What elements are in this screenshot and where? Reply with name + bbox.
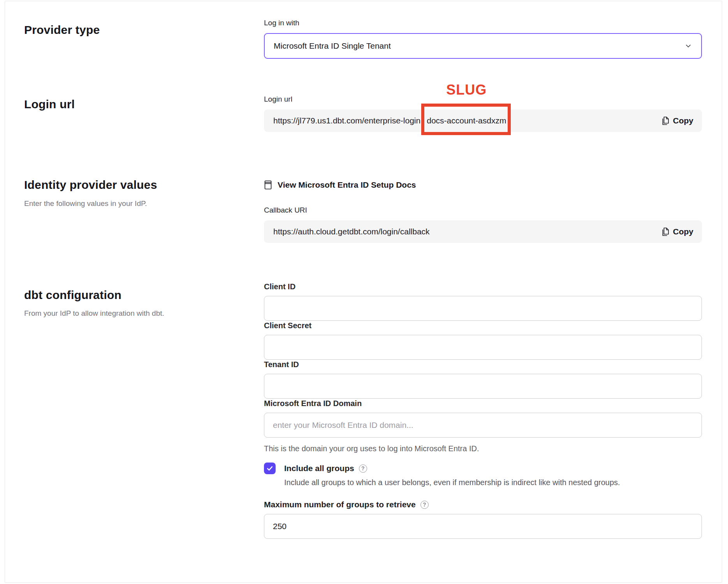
- login-url-value: https://jl779.us1.dbt.com/enterprise-log…: [273, 116, 506, 125]
- login-url-field: https://jl779.us1.dbt.com/enterprise-log…: [264, 109, 702, 132]
- login-url-row: Login url Login url https://jl779.us1.db…: [24, 95, 702, 132]
- copy-button-label: Copy: [673, 116, 694, 125]
- login-url-heading: Login url: [24, 97, 264, 112]
- client-id-label: Client ID: [264, 282, 295, 291]
- login-url-slug-wrap: SLUGdocs-account-asdxzm: [427, 116, 506, 125]
- setup-docs-link-label: View Microsoft Entra ID Setup Docs: [278, 180, 416, 190]
- callback-uri-label: Callback URI: [264, 206, 702, 215]
- login-url-right: Login url https://jl779.us1.dbt.com/ente…: [264, 95, 702, 132]
- provider-type-left: Provider type: [24, 18, 264, 59]
- include-all-groups-row: Include all groups ?: [264, 463, 702, 474]
- client-secret-label: Client Secret: [264, 321, 311, 330]
- help-icon[interactable]: ?: [359, 464, 367, 473]
- client-id-input[interactable]: [264, 296, 702, 321]
- callback-uri-copy-button[interactable]: Copy: [661, 227, 694, 237]
- document-icon: [264, 180, 272, 190]
- chevron-down-icon: [684, 42, 693, 50]
- max-groups-input[interactable]: [264, 514, 702, 539]
- include-all-groups-checkbox[interactable]: [264, 463, 276, 474]
- entra-domain-label: Microsoft Entra ID Domain: [264, 399, 362, 408]
- login-url-slug: docs-account-asdxzm: [427, 116, 506, 125]
- tenant-id-input[interactable]: [264, 374, 702, 399]
- dbt-configuration-left: dbt configuration From your IdP to allow…: [24, 282, 264, 539]
- provider-type-heading: Provider type: [24, 23, 264, 37]
- include-all-groups-title: Include all groups ?: [284, 463, 367, 474]
- identity-provider-right: View Microsoft Entra ID Setup Docs Callb…: [264, 178, 702, 243]
- dbt-configuration-heading: dbt configuration: [24, 288, 264, 303]
- dbt-configuration-right: Client ID Client Secret Tenant ID Micros…: [264, 282, 702, 539]
- login-url-prefix: https://jl779.us1.dbt.com/enterprise-log…: [273, 116, 420, 125]
- login-with-label: Log in with: [264, 18, 702, 28]
- identity-provider-heading: Identity provider values: [24, 178, 264, 192]
- provider-select[interactable]: Microsoft Entra ID Single Tenant: [264, 33, 702, 59]
- copy-icon: [661, 227, 670, 237]
- max-groups-label: Maximum number of groups to retrieve: [264, 499, 416, 510]
- provider-select-value: Microsoft Entra ID Single Tenant: [274, 41, 391, 51]
- client-secret-input[interactable]: [264, 335, 702, 360]
- callback-uri-value: https://auth.cloud.getdbt.com/login/call…: [273, 227, 430, 236]
- copy-icon: [661, 116, 670, 126]
- login-url-copy-button[interactable]: Copy: [661, 116, 694, 126]
- checkmark-icon: [266, 464, 274, 472]
- include-all-groups-description: Include all groups to which a user belon…: [284, 477, 702, 487]
- copy-button-label: Copy: [673, 227, 694, 236]
- login-url-left: Login url: [24, 95, 264, 132]
- tenant-id-label: Tenant ID: [264, 360, 299, 369]
- max-groups-title: Maximum number of groups to retrieve ?: [264, 499, 702, 510]
- include-all-groups-label: Include all groups: [284, 463, 354, 474]
- identity-provider-subtitle: Enter the following values in your IdP.: [24, 199, 264, 208]
- help-icon[interactable]: ?: [420, 501, 429, 509]
- setup-docs-link[interactable]: View Microsoft Entra ID Setup Docs: [264, 180, 416, 190]
- entra-domain-helper: This is the domain your org uses to log …: [264, 444, 702, 453]
- dbt-configuration-subtitle: From your IdP to allow integration with …: [24, 309, 264, 318]
- provider-type-right: Log in with Microsoft Entra ID Single Te…: [264, 18, 702, 59]
- provider-type-row: Provider type Log in with Microsoft Entr…: [24, 18, 702, 59]
- sso-settings-card: Provider type Log in with Microsoft Entr…: [5, 1, 722, 583]
- slug-annotation-label: SLUG: [446, 82, 487, 98]
- identity-provider-row: Identity provider values Enter the follo…: [24, 178, 702, 243]
- entra-domain-input[interactable]: [264, 413, 702, 438]
- callback-uri-field: https://auth.cloud.getdbt.com/login/call…: [264, 220, 702, 243]
- dbt-configuration-row: dbt configuration From your IdP to allow…: [24, 282, 702, 539]
- identity-provider-left: Identity provider values Enter the follo…: [24, 178, 264, 243]
